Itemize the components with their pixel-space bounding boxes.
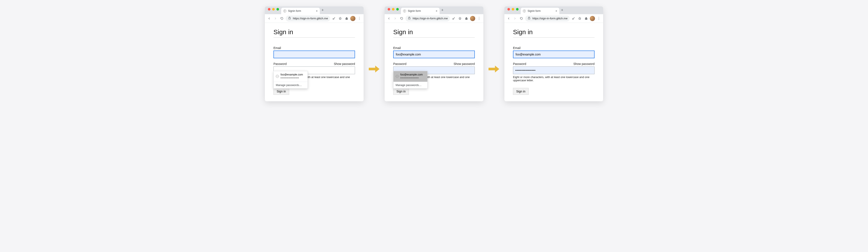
password-label: Password: [393, 62, 406, 65]
page-title: Sign in: [393, 28, 475, 36]
url-text: https://sign-in-form.glitch.me: [413, 17, 448, 20]
email-field[interactable]: [513, 51, 594, 58]
email-label: Email: [393, 46, 475, 50]
reload-button[interactable]: [519, 16, 524, 22]
reload-button[interactable]: [399, 16, 404, 22]
back-button[interactable]: [506, 16, 511, 22]
back-button[interactable]: [386, 16, 392, 22]
forward-button[interactable]: [513, 16, 518, 22]
tab-title: Signin form: [288, 9, 314, 12]
back-button[interactable]: [267, 16, 272, 22]
browser-menu-button[interactable]: ⋮: [476, 16, 482, 22]
manage-passwords-link[interactable]: Manage passwords…: [394, 82, 427, 88]
tab-close-button[interactable]: ×: [436, 9, 437, 12]
globe-icon: [523, 9, 526, 12]
divider: [513, 37, 594, 38]
titlebar: Signin form × +: [504, 6, 603, 14]
svg-point-3: [453, 18, 454, 19]
bookmark-star-icon[interactable]: [338, 16, 343, 22]
new-tab-button[interactable]: +: [559, 7, 565, 13]
forward-button[interactable]: [393, 16, 398, 22]
reload-button[interactable]: [279, 16, 284, 22]
globe-icon: [276, 75, 279, 78]
svg-rect-4: [528, 18, 530, 19]
browser-menu-button[interactable]: ⋮: [596, 16, 601, 22]
forward-button[interactable]: [273, 16, 278, 22]
window-minimize-button[interactable]: [272, 8, 275, 10]
autofill-popup: foo@example.com •••••••••••••••• Manage …: [393, 71, 428, 89]
window-close-button[interactable]: [388, 8, 390, 10]
browser-toolbar: https://sign-in-form.glitch.me ⋮: [504, 14, 603, 23]
show-password-toggle[interactable]: Show password: [454, 62, 475, 65]
window-controls: [386, 8, 400, 13]
profile-avatar[interactable]: [470, 16, 475, 21]
lock-icon: [527, 16, 531, 21]
signin-button[interactable]: Sign in: [513, 88, 529, 95]
password-label: Password: [274, 62, 286, 65]
address-bar[interactable]: https://sign-in-form.glitch.me: [405, 16, 450, 22]
new-tab-button[interactable]: +: [320, 7, 326, 13]
tab-close-button[interactable]: ×: [556, 9, 557, 12]
browser-tab[interactable]: Signin form ×: [401, 8, 440, 14]
show-password-toggle[interactable]: Show password: [573, 62, 594, 65]
address-bar[interactable]: https://sign-in-form.glitch.me: [525, 16, 570, 22]
autofill-suggestion[interactable]: foo@example.com ••••••••••••••••: [274, 71, 308, 82]
window-maximize-button[interactable]: [276, 8, 279, 10]
address-bar[interactable]: https://sign-in-form.glitch.me: [286, 16, 330, 22]
extensions-icon[interactable]: [584, 16, 589, 22]
browser-tab[interactable]: Signin form ×: [521, 8, 559, 14]
password-hint: Eight or more characters, with at least …: [513, 76, 594, 82]
browser-window-2: Signin form × + https://sign-in-form.gli…: [384, 6, 484, 101]
autofill-email: foo@example.com: [400, 73, 423, 76]
signin-button[interactable]: Sign in: [274, 88, 289, 95]
show-password-toggle[interactable]: Show password: [334, 62, 355, 65]
password-field[interactable]: [513, 66, 594, 74]
bookmark-star-icon[interactable]: [457, 16, 463, 22]
svg-point-1: [333, 18, 334, 19]
autofill-popup: foo@example.com •••••••••••••••• Manage …: [274, 71, 308, 89]
extensions-icon[interactable]: [344, 16, 349, 22]
svg-rect-0: [289, 18, 290, 19]
profile-avatar[interactable]: [590, 16, 595, 21]
page-title: Sign in: [513, 28, 594, 36]
extensions-icon[interactable]: [464, 16, 469, 22]
browser-tab[interactable]: Signin form ×: [281, 8, 320, 14]
window-controls: [506, 8, 520, 13]
browser-menu-button[interactable]: ⋮: [357, 16, 362, 22]
lock-icon: [288, 16, 291, 21]
divider: [274, 37, 355, 38]
window-maximize-button[interactable]: [396, 8, 399, 10]
window-minimize-button[interactable]: [392, 8, 395, 10]
signin-button[interactable]: Sign in: [393, 88, 409, 95]
email-label: Email: [274, 46, 355, 50]
browser-toolbar: https://sign-in-form.glitch.me ⋮: [265, 14, 364, 23]
autofill-password-dots: ••••••••••••••••: [281, 76, 303, 80]
key-icon[interactable]: [332, 16, 337, 22]
window-close-button[interactable]: [268, 8, 271, 10]
manage-passwords-link[interactable]: Manage passwords…: [274, 82, 308, 88]
new-tab-button[interactable]: +: [440, 7, 445, 13]
key-icon[interactable]: [451, 16, 456, 22]
browser-window-3: Signin form × + https://sign-in-form.gli…: [504, 6, 603, 101]
window-close-button[interactable]: [507, 8, 510, 10]
autofill-suggestion[interactable]: foo@example.com ••••••••••••••••: [394, 71, 427, 82]
divider: [393, 37, 475, 38]
page-content: Sign in Email Password Show password Eig…: [265, 23, 364, 101]
url-text: https://sign-in-form.glitch.me: [532, 17, 567, 20]
key-icon[interactable]: [571, 16, 576, 22]
email-field[interactable]: [393, 51, 475, 58]
bookmark-star-icon[interactable]: [577, 16, 582, 22]
svg-point-5: [572, 18, 573, 19]
globe-icon: [283, 9, 286, 12]
browser-window-1: Signin form × + https://sign-in-form.gli…: [265, 6, 364, 101]
email-field[interactable]: [274, 51, 355, 58]
url-text: https://sign-in-form.glitch.me: [293, 17, 328, 20]
profile-avatar[interactable]: [350, 16, 355, 21]
svg-rect-2: [408, 18, 410, 19]
window-maximize-button[interactable]: [516, 8, 519, 10]
window-minimize-button[interactable]: [512, 8, 514, 10]
tab-close-button[interactable]: ×: [316, 9, 318, 12]
autofill-password-dots: ••••••••••••••••: [400, 76, 423, 80]
lock-icon: [408, 16, 411, 21]
titlebar: Signin form × +: [384, 6, 484, 14]
